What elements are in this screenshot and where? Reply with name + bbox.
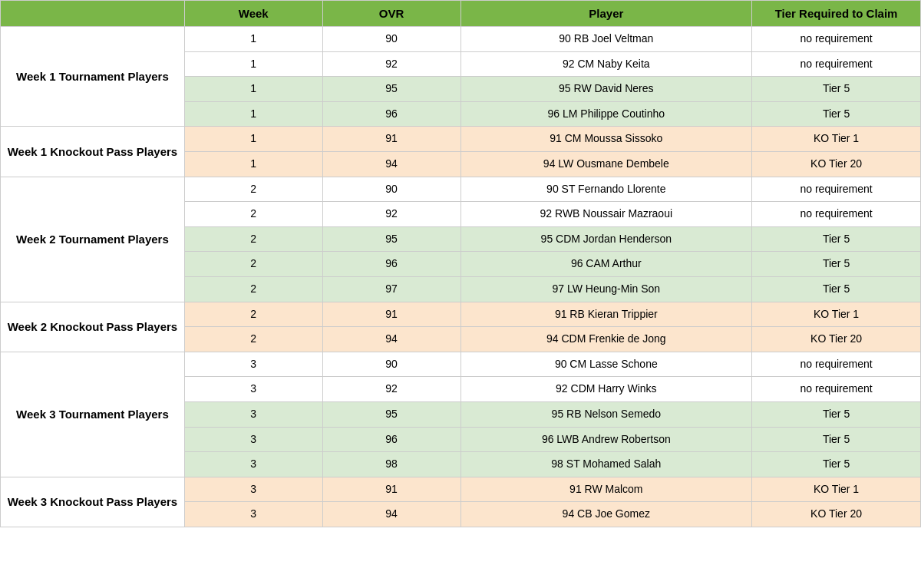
cell-player: 90 CM Lasse Schone <box>460 352 752 377</box>
header-category <box>1 1 185 27</box>
cell-player: 97 LW Heung-Min Son <box>460 276 752 302</box>
cell-tier: no requirement <box>752 352 921 377</box>
cell-ovr: 95 <box>322 226 460 252</box>
cell-week: 2 <box>184 327 322 352</box>
cell-week: 2 <box>184 252 322 277</box>
cell-week: 3 <box>184 477 322 502</box>
group-label: Week 3 Knockout Pass Players <box>1 477 185 527</box>
cell-week: 2 <box>184 202 322 227</box>
cell-tier: Tier 5 <box>752 276 921 302</box>
cell-player: 95 RB Nelson Semedo <box>460 401 752 427</box>
table-row: Week 2 Knockout Pass Players29191 RB Kie… <box>1 302 921 327</box>
cell-week: 3 <box>184 427 322 452</box>
cell-tier: KO Tier 20 <box>752 151 921 177</box>
cell-tier: Tier 5 <box>752 226 921 252</box>
cell-week: 3 <box>184 502 322 527</box>
header-week: Week <box>184 1 322 27</box>
cell-ovr: 91 <box>322 127 460 152</box>
cell-player: 92 RWB Noussair Mazraoui <box>460 202 752 227</box>
cell-week: 3 <box>184 401 322 427</box>
cell-player: 94 CDM Frenkie de Jong <box>460 327 752 352</box>
table-row: Week 1 Knockout Pass Players19191 CM Mou… <box>1 127 921 152</box>
cell-tier: no requirement <box>752 177 921 202</box>
table-row: Week 2 Tournament Players29090 ST Fernan… <box>1 177 921 202</box>
cell-player: 95 RW David Neres <box>460 77 752 102</box>
cell-week: 3 <box>184 352 322 377</box>
cell-ovr: 91 <box>322 477 460 502</box>
cell-player: 90 RB Joel Veltman <box>460 27 752 52</box>
cell-tier: no requirement <box>752 27 921 52</box>
cell-ovr: 90 <box>322 177 460 202</box>
cell-player: 91 RW Malcom <box>460 477 752 502</box>
cell-ovr: 90 <box>322 352 460 377</box>
cell-ovr: 90 <box>322 27 460 52</box>
cell-ovr: 94 <box>322 151 460 177</box>
cell-tier: Tier 5 <box>752 77 921 102</box>
cell-tier: Tier 5 <box>752 252 921 277</box>
cell-week: 1 <box>184 27 322 52</box>
group-label: Week 3 Tournament Players <box>1 352 185 477</box>
cell-ovr: 92 <box>322 202 460 227</box>
cell-tier: Tier 5 <box>752 452 921 477</box>
cell-tier: KO Tier 1 <box>752 302 921 327</box>
group-label: Week 2 Knockout Pass Players <box>1 302 185 352</box>
header-ovr: OVR <box>322 1 460 27</box>
cell-ovr: 94 <box>322 327 460 352</box>
cell-ovr: 96 <box>322 252 460 277</box>
cell-player: 96 CAM Arthur <box>460 252 752 277</box>
table-row: Week 3 Knockout Pass Players39191 RW Mal… <box>1 477 921 502</box>
cell-tier: KO Tier 1 <box>752 477 921 502</box>
header-player: Player <box>460 1 752 27</box>
cell-tier: Tier 5 <box>752 101 921 127</box>
cell-ovr: 91 <box>322 302 460 327</box>
cell-ovr: 96 <box>322 427 460 452</box>
cell-ovr: 95 <box>322 401 460 427</box>
cell-tier: no requirement <box>752 377 921 402</box>
cell-week: 2 <box>184 226 322 252</box>
cell-ovr: 94 <box>322 502 460 527</box>
cell-week: 1 <box>184 151 322 177</box>
cell-week: 1 <box>184 101 322 127</box>
cell-week: 2 <box>184 276 322 302</box>
header-tier: Tier Required to Claim <box>752 1 921 27</box>
cell-ovr: 97 <box>322 276 460 302</box>
cell-week: 2 <box>184 302 322 327</box>
cell-player: 92 CM Naby Keita <box>460 51 752 77</box>
cell-ovr: 96 <box>322 101 460 127</box>
cell-player: 91 RB Kieran Trippier <box>460 302 752 327</box>
cell-player: 98 ST Mohamed Salah <box>460 452 752 477</box>
cell-week: 3 <box>184 452 322 477</box>
cell-player: 90 ST Fernando Llorente <box>460 177 752 202</box>
cell-tier: KO Tier 20 <box>752 327 921 352</box>
cell-week: 1 <box>184 77 322 102</box>
cell-week: 1 <box>184 51 322 77</box>
cell-tier: no requirement <box>752 51 921 77</box>
cell-tier: Tier 5 <box>752 427 921 452</box>
cell-week: 2 <box>184 177 322 202</box>
cell-tier: no requirement <box>752 202 921 227</box>
group-label: Week 1 Tournament Players <box>1 27 185 127</box>
cell-player: 95 CDM Jordan Henderson <box>460 226 752 252</box>
cell-week: 1 <box>184 127 322 152</box>
header-row: Week OVR Player Tier Required to Claim <box>1 1 921 27</box>
cell-tier: KO Tier 1 <box>752 127 921 152</box>
cell-player: 96 LWB Andrew Robertson <box>460 427 752 452</box>
cell-tier: KO Tier 20 <box>752 502 921 527</box>
cell-ovr: 98 <box>322 452 460 477</box>
cell-ovr: 92 <box>322 377 460 402</box>
table-row: Week 3 Tournament Players39090 CM Lasse … <box>1 352 921 377</box>
table-row: Week 1 Tournament Players19090 RB Joel V… <box>1 27 921 52</box>
cell-ovr: 92 <box>322 51 460 77</box>
cell-player: 94 LW Ousmane Dembele <box>460 151 752 177</box>
cell-player: 91 CM Moussa Sissoko <box>460 127 752 152</box>
group-label: Week 1 Knockout Pass Players <box>1 127 185 177</box>
cell-ovr: 95 <box>322 77 460 102</box>
cell-tier: Tier 5 <box>752 401 921 427</box>
main-table: Week OVR Player Tier Required to Claim W… <box>0 0 921 527</box>
cell-player: 96 LM Philippe Coutinho <box>460 101 752 127</box>
cell-player: 92 CDM Harry Winks <box>460 377 752 402</box>
cell-player: 94 CB Joe Gomez <box>460 502 752 527</box>
cell-week: 3 <box>184 377 322 402</box>
group-label: Week 2 Tournament Players <box>1 177 185 302</box>
